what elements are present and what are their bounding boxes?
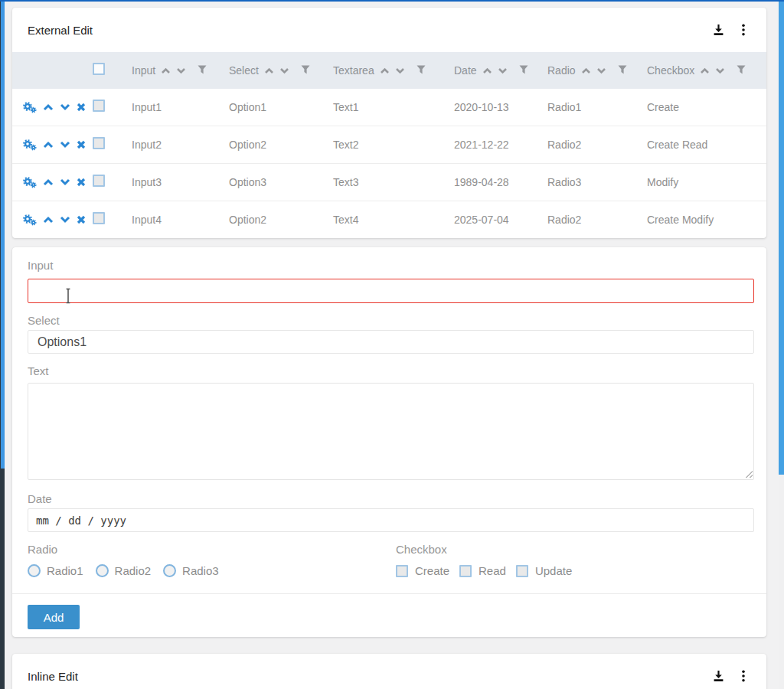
textarea-field[interactable] bbox=[28, 383, 754, 480]
radio-option[interactable]: Radio2 bbox=[96, 564, 152, 577]
checkbox-icon[interactable] bbox=[396, 565, 408, 577]
column-label: Select bbox=[229, 64, 259, 77]
cell-checkbox: Create Modify bbox=[647, 214, 766, 226]
radio-option[interactable]: Radio3 bbox=[163, 564, 219, 577]
left-scrollbar-thumb[interactable] bbox=[1, 2, 5, 469]
sort-asc-icon[interactable] bbox=[264, 67, 274, 74]
download-icon[interactable] bbox=[712, 24, 725, 36]
cell-date: 2020-10-13 bbox=[454, 101, 547, 113]
radio-button-icon[interactable] bbox=[96, 564, 109, 577]
input-field[interactable] bbox=[28, 279, 754, 303]
cell-input: Input3 bbox=[132, 176, 229, 188]
sort-asc-icon[interactable] bbox=[482, 67, 492, 74]
table-row: Input1 Option1 Text1 2020-10-13 Radio1 C… bbox=[12, 89, 766, 126]
settings-cogs-icon[interactable] bbox=[23, 102, 37, 113]
checkbox-option[interactable]: Read bbox=[459, 564, 506, 577]
inline-edit-header: Inline Edit bbox=[12, 654, 766, 689]
sort-asc-icon[interactable] bbox=[161, 67, 171, 74]
right-scrollbar[interactable] bbox=[779, 0, 784, 689]
date-field[interactable]: mm / dd / yyyy bbox=[28, 508, 754, 532]
column-header-select: Select bbox=[229, 64, 333, 77]
inline-edit-card: Inline Edit bbox=[12, 654, 766, 689]
input-field-label: Input bbox=[28, 258, 754, 273]
row-checkbox[interactable] bbox=[93, 100, 105, 112]
download-icon[interactable] bbox=[712, 670, 725, 682]
move-up-icon[interactable] bbox=[43, 141, 54, 149]
checkbox-option[interactable]: Update bbox=[516, 564, 572, 577]
radio-button-icon[interactable] bbox=[28, 564, 41, 577]
header-actions bbox=[712, 670, 745, 682]
cell-checkbox: Create bbox=[647, 101, 766, 113]
settings-cogs-icon[interactable] bbox=[23, 139, 37, 151]
checkbox-group: Checkbox Create Read Update bbox=[396, 542, 582, 579]
column-label: Textarea bbox=[333, 64, 374, 77]
row-checkbox[interactable] bbox=[93, 175, 105, 187]
row-checkbox[interactable] bbox=[93, 137, 105, 149]
filter-icon[interactable] bbox=[737, 64, 746, 77]
column-label: Checkbox bbox=[647, 64, 694, 77]
move-up-icon[interactable] bbox=[43, 178, 54, 186]
sort-desc-icon[interactable] bbox=[395, 67, 405, 74]
checkbox-icon[interactable] bbox=[459, 565, 472, 577]
radio-option[interactable]: Radio1 bbox=[28, 564, 83, 577]
row-checkbox[interactable] bbox=[93, 212, 105, 224]
cell-input: Input2 bbox=[132, 139, 229, 151]
column-header-input: Input bbox=[132, 64, 229, 77]
sort-asc-icon[interactable] bbox=[700, 67, 710, 74]
move-down-icon[interactable] bbox=[60, 103, 70, 111]
move-down-icon[interactable] bbox=[60, 178, 70, 186]
column-label: Input bbox=[132, 64, 155, 77]
add-button[interactable]: Add bbox=[28, 605, 80, 629]
cell-select: Option2 bbox=[229, 214, 333, 226]
delete-x-icon[interactable] bbox=[77, 215, 86, 224]
table-row: Input3 Option3 Text3 1989-04-28 Radio3 M… bbox=[12, 164, 766, 201]
delete-x-icon[interactable] bbox=[77, 178, 86, 187]
sort-desc-icon[interactable] bbox=[596, 67, 606, 74]
page-content: External Edit Input Select bbox=[12, 8, 766, 689]
select-field[interactable]: Options1 bbox=[28, 330, 754, 354]
select-all-checkbox[interactable] bbox=[93, 63, 105, 75]
radio-option-label: Radio2 bbox=[115, 564, 152, 577]
sort-desc-icon[interactable] bbox=[176, 67, 186, 74]
settings-cogs-icon[interactable] bbox=[23, 214, 37, 226]
column-label: Radio bbox=[547, 64, 576, 77]
select-field-value: Options1 bbox=[38, 335, 87, 349]
kebab-menu-icon[interactable] bbox=[742, 670, 745, 682]
filter-icon[interactable] bbox=[416, 64, 426, 77]
select-field-label: Select bbox=[28, 313, 754, 328]
radio-group-label: Radio bbox=[28, 542, 754, 557]
right-scrollbar-thumb[interactable] bbox=[779, 2, 784, 475]
sort-desc-icon[interactable] bbox=[498, 67, 508, 74]
cell-textarea: Text3 bbox=[333, 176, 454, 188]
top-accent-bar bbox=[0, 0, 784, 2]
cell-select: Option3 bbox=[229, 176, 333, 188]
text-field-label: Text bbox=[28, 364, 754, 379]
form-footer-divider bbox=[12, 593, 766, 594]
filter-icon[interactable] bbox=[618, 64, 627, 77]
checkbox-icon[interactable] bbox=[516, 565, 528, 577]
left-scrollbar[interactable] bbox=[0, 0, 5, 689]
move-down-icon[interactable] bbox=[60, 216, 70, 224]
sort-asc-icon[interactable] bbox=[581, 67, 591, 74]
checkbox-option-label: Update bbox=[535, 564, 572, 577]
checkbox-option[interactable]: Create bbox=[396, 564, 449, 577]
filter-icon[interactable] bbox=[519, 64, 528, 77]
move-up-icon[interactable] bbox=[43, 103, 54, 111]
table-header-row: Input Select Textarea Date bbox=[12, 52, 766, 89]
sort-desc-icon[interactable] bbox=[715, 67, 725, 74]
cell-select: Option1 bbox=[229, 101, 333, 113]
delete-x-icon[interactable] bbox=[77, 140, 86, 149]
cell-checkbox: Create Read bbox=[647, 139, 766, 151]
filter-icon[interactable] bbox=[198, 64, 207, 77]
settings-cogs-icon[interactable] bbox=[23, 177, 37, 188]
sort-asc-icon[interactable] bbox=[380, 67, 390, 74]
delete-x-icon[interactable] bbox=[77, 103, 86, 112]
move-down-icon[interactable] bbox=[60, 141, 70, 149]
sort-desc-icon[interactable] bbox=[279, 67, 289, 74]
filter-icon[interactable] bbox=[301, 64, 310, 77]
move-up-icon[interactable] bbox=[43, 216, 54, 224]
radio-button-icon[interactable] bbox=[163, 564, 176, 577]
cell-textarea: Text2 bbox=[333, 139, 454, 151]
kebab-menu-icon[interactable] bbox=[742, 24, 745, 36]
cell-input: Input4 bbox=[132, 214, 229, 226]
